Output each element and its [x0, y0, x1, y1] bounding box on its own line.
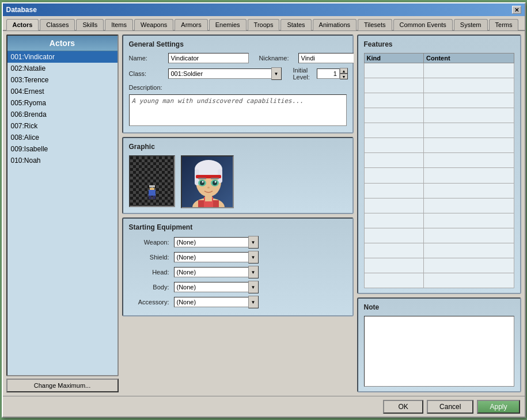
tab-system[interactable]: System: [454, 19, 488, 30]
note-section: Note: [357, 297, 521, 392]
tab-items[interactable]: Items: [105, 19, 133, 30]
tab-troops[interactable]: Troops: [248, 19, 280, 30]
shield-label: Shield:: [129, 254, 169, 261]
actor-item-008[interactable]: 008:Alice: [7, 132, 117, 143]
actor-item-010[interactable]: 010:Noah: [7, 155, 117, 166]
actors-list[interactable]: 001:Vindicator 002:Natalie 003:Terence 0…: [7, 51, 117, 375]
features-empty-row-6: [364, 138, 514, 153]
tab-terms[interactable]: Terms: [489, 19, 519, 30]
tab-common-events[interactable]: Common Events: [393, 19, 453, 30]
actor-item-007[interactable]: 007:Rick: [7, 120, 117, 132]
sprite-checkered-bg: [130, 156, 174, 206]
features-empty-row-15: [364, 273, 514, 288]
initial-level-input-group: ▲ ▼: [317, 68, 348, 79]
actor-item-005[interactable]: 005:Ryoma: [7, 97, 117, 109]
actor-item-006[interactable]: 006:Brenda: [7, 109, 117, 120]
starting-equipment-section: Starting Equipment Weapon: (None) ▼ Shie…: [122, 217, 354, 316]
svg-point-25: [207, 187, 210, 189]
tab-classes[interactable]: Classes: [40, 19, 75, 30]
svg-rect-2: [149, 190, 156, 196]
note-textarea[interactable]: [364, 316, 514, 387]
actor-item-002[interactable]: 002:Natalie: [7, 63, 117, 74]
right-panel: Features Kind Content: [357, 35, 521, 392]
sprite-graphic[interactable]: [129, 155, 175, 207]
shield-row: Shield: (None) ▼: [129, 251, 347, 264]
actor-item-009[interactable]: 009:Isabelle: [7, 143, 117, 155]
character-sprite-icon: [146, 185, 158, 201]
features-empty-row-13: [364, 243, 514, 258]
initial-level-up-button[interactable]: ▲: [340, 68, 348, 74]
features-empty-row-9: [364, 183, 514, 198]
face-portrait-graphic[interactable]: [181, 155, 234, 208]
shield-select[interactable]: (None): [174, 252, 249, 262]
body-select[interactable]: (None): [174, 282, 249, 292]
weapon-select-arrow-icon[interactable]: ▼: [248, 236, 259, 249]
accessory-select[interactable]: (None): [174, 297, 249, 307]
general-settings-title: General Settings: [129, 40, 347, 48]
note-title: Note: [364, 303, 514, 311]
ok-button[interactable]: OK: [383, 400, 423, 414]
name-input[interactable]: [168, 53, 249, 63]
level-group: Initial Level: ▲ ▼ Max Level:: [293, 67, 354, 81]
window-title: Database: [6, 6, 37, 14]
close-button[interactable]: ✕: [512, 6, 521, 14]
svg-rect-4: [153, 196, 156, 199]
apply-button[interactable]: Apply: [477, 400, 520, 414]
tab-enemies[interactable]: Enemies: [209, 19, 247, 30]
body-label: Body:: [129, 284, 169, 291]
class-select-arrow-icon[interactable]: ▼: [271, 67, 282, 80]
features-empty-row-10: [364, 198, 514, 213]
tab-skills[interactable]: Skills: [76, 19, 104, 30]
change-max-button[interactable]: Change Maximum...: [6, 379, 119, 392]
svg-point-22: [214, 181, 216, 183]
initial-level-input[interactable]: [317, 68, 340, 79]
features-empty-row-1: [364, 63, 514, 78]
features-content-header: Content: [424, 54, 514, 63]
svg-rect-1: [149, 185, 155, 187]
head-select-wrapper: (None) ▼: [174, 266, 259, 278]
svg-point-21: [202, 181, 203, 183]
class-select[interactable]: 001:Soldier: [168, 68, 272, 79]
actor-item-003[interactable]: 003:Terence: [7, 74, 117, 86]
tab-actors[interactable]: Actors: [6, 19, 39, 30]
body-select-arrow-icon[interactable]: ▼: [248, 281, 259, 293]
actor-item-004[interactable]: 004:Ernest: [7, 86, 117, 97]
cancel-button[interactable]: Cancel: [427, 400, 473, 414]
features-section: Features Kind Content: [357, 35, 521, 294]
features-empty-row-8: [364, 168, 514, 183]
weapon-select[interactable]: (None): [174, 237, 249, 247]
name-label: Name:: [129, 55, 164, 62]
actor-item-001[interactable]: 001:Vindicator: [7, 51, 117, 63]
starting-equipment-title: Starting Equipment: [129, 223, 347, 231]
tab-armors[interactable]: Armors: [175, 19, 207, 30]
initial-level-label: Initial Level:: [293, 67, 310, 81]
description-textarea[interactable]: A young man with undiscovered capabiliti…: [129, 94, 347, 126]
tab-weapons[interactable]: Weapons: [134, 19, 173, 30]
features-empty-row-11: [364, 213, 514, 228]
initial-level-down-button[interactable]: ▼: [340, 74, 348, 79]
svg-rect-5: [150, 187, 151, 188]
general-settings-section: General Settings Name: Nickname: Class: …: [122, 35, 354, 133]
head-row: Head: (None) ▼: [129, 266, 347, 278]
description-row: Description:: [129, 84, 347, 91]
title-bar: Database ✕: [3, 3, 525, 16]
face-portrait-icon: [182, 156, 234, 208]
nickname-label: Nickname:: [259, 55, 294, 62]
accessory-select-arrow-icon[interactable]: ▼: [248, 296, 259, 308]
features-title: Features: [364, 40, 514, 48]
main-window: Database ✕ Actors Classes Skills Items W…: [2, 2, 526, 418]
tab-tilesets[interactable]: Tilesets: [358, 19, 392, 30]
accessory-row: Accessory: (None) ▼: [129, 296, 347, 308]
graphic-title: Graphic: [129, 143, 347, 151]
nickname-input[interactable]: [298, 53, 354, 63]
actors-list-header: Actors: [7, 36, 117, 51]
features-table: Kind Content: [364, 53, 514, 288]
shield-select-arrow-icon[interactable]: ▼: [248, 251, 259, 264]
features-empty-row-2: [364, 78, 514, 93]
head-select[interactable]: (None): [174, 267, 249, 277]
tab-animations[interactable]: Animations: [313, 19, 357, 30]
tab-states[interactable]: States: [280, 19, 311, 30]
head-select-arrow-icon[interactable]: ▼: [248, 266, 259, 278]
content-area: Actors 001:Vindicator 002:Natalie 003:Te…: [3, 31, 525, 396]
accessory-label: Accessory:: [129, 299, 169, 306]
